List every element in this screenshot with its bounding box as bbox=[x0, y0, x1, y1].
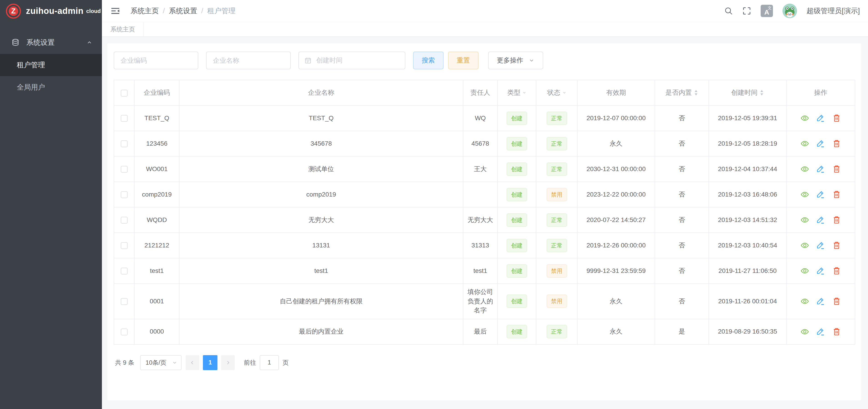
fullscreen-icon[interactable] bbox=[742, 7, 751, 15]
more-actions-button[interactable]: 更多操作 bbox=[488, 52, 543, 69]
cell-created-time: 2019-11-26 00:01:04 bbox=[709, 283, 786, 319]
page-unit-label: 页 bbox=[282, 359, 289, 367]
header-select-all[interactable] bbox=[114, 80, 134, 105]
delete-icon[interactable] bbox=[832, 327, 841, 336]
edit-icon[interactable] bbox=[816, 215, 825, 225]
view-icon[interactable] bbox=[800, 165, 809, 174]
next-page-button[interactable] bbox=[221, 355, 235, 370]
delete-icon[interactable] bbox=[832, 190, 841, 199]
cell-owner: test1 bbox=[463, 258, 497, 283]
row-select-cell[interactable] bbox=[114, 105, 134, 131]
delete-icon[interactable] bbox=[832, 241, 841, 250]
current-user-name[interactable]: 超级管理员[演示] bbox=[807, 6, 860, 16]
chevron-right-icon bbox=[225, 360, 231, 366]
page-size-select[interactable]: 10条/页 bbox=[140, 355, 182, 370]
row-select-cell[interactable] bbox=[114, 283, 134, 319]
created-time-picker[interactable]: 创建时间 bbox=[299, 52, 405, 69]
cell-created-time: 2019-08-29 16:50:35 bbox=[709, 319, 786, 344]
edit-icon[interactable] bbox=[816, 190, 825, 199]
cell-created-time: 2019-12-04 10:37:44 bbox=[709, 156, 786, 182]
cell-created-time: 2019-12-03 16:48:06 bbox=[709, 182, 786, 207]
row-select-cell[interactable] bbox=[114, 233, 134, 258]
header-status[interactable]: 状态 bbox=[536, 80, 577, 105]
row-checkbox[interactable] bbox=[121, 217, 128, 224]
reset-button[interactable]: 重置 bbox=[448, 52, 478, 69]
logo-z-icon: Z bbox=[6, 4, 21, 19]
delete-icon[interactable] bbox=[832, 215, 841, 225]
sidebar-item-label: 全局用户 bbox=[17, 82, 45, 92]
view-icon[interactable] bbox=[800, 139, 809, 148]
view-icon[interactable] bbox=[800, 190, 809, 199]
row-checkbox[interactable] bbox=[121, 191, 128, 198]
row-select-cell[interactable] bbox=[114, 258, 134, 283]
delete-icon[interactable] bbox=[832, 297, 841, 306]
delete-icon[interactable] bbox=[832, 165, 841, 174]
row-checkbox[interactable] bbox=[121, 166, 128, 173]
edit-icon[interactable] bbox=[816, 327, 825, 336]
goto-page-input[interactable] bbox=[260, 355, 279, 370]
view-icon[interactable] bbox=[800, 114, 809, 123]
select-all-checkbox[interactable] bbox=[121, 90, 128, 97]
cell-builtin: 否 bbox=[655, 233, 709, 258]
row-select-cell[interactable] bbox=[114, 156, 134, 182]
collapse-sidebar-icon[interactable] bbox=[111, 6, 120, 16]
breadcrumb-home[interactable]: 系统主页 bbox=[130, 6, 159, 16]
row-checkbox[interactable] bbox=[121, 115, 128, 122]
view-icon[interactable] bbox=[800, 266, 809, 275]
header-builtin[interactable]: 是否内置 bbox=[655, 80, 709, 105]
type-badge: 创建 bbox=[506, 325, 527, 338]
cell-type: 创建 bbox=[497, 156, 536, 182]
language-switch-icon[interactable]: A 文 bbox=[761, 5, 773, 17]
edit-icon[interactable] bbox=[816, 165, 825, 174]
row-select-cell[interactable] bbox=[114, 319, 134, 344]
cell-builtin: 否 bbox=[655, 105, 709, 131]
edit-icon[interactable] bbox=[816, 297, 825, 306]
sidebar-item-tenant-management[interactable]: 租户管理 bbox=[0, 54, 102, 76]
search-button[interactable]: 搜索 bbox=[413, 52, 443, 69]
row-checkbox[interactable] bbox=[121, 140, 128, 147]
row-checkbox[interactable] bbox=[121, 298, 128, 305]
view-icon[interactable] bbox=[800, 297, 809, 306]
cell-company-name: 自己创建的租户拥有所有权限 bbox=[179, 283, 463, 319]
pagination: 共 9 条 10条/页 1 前往 页 bbox=[114, 355, 855, 370]
app-logo[interactable]: Z zuihou-admin cloud bbox=[0, 0, 102, 22]
search-icon[interactable] bbox=[724, 7, 733, 15]
edit-icon[interactable] bbox=[816, 241, 825, 250]
delete-icon[interactable] bbox=[832, 114, 841, 123]
cell-validity: 9999-12-31 23:59:59 bbox=[577, 258, 655, 283]
created-time-placeholder: 创建时间 bbox=[316, 56, 343, 65]
delete-icon[interactable] bbox=[832, 139, 841, 148]
row-select-cell[interactable] bbox=[114, 207, 134, 233]
page-number-1[interactable]: 1 bbox=[203, 355, 217, 370]
sidebar-group-system-settings[interactable]: 系统设置 bbox=[0, 31, 102, 54]
cell-created-time: 2019-12-05 19:39:31 bbox=[709, 105, 786, 131]
cell-company-code: 2121212 bbox=[134, 233, 179, 258]
edit-icon[interactable] bbox=[816, 139, 825, 148]
breadcrumb-system-settings[interactable]: 系统设置 bbox=[169, 6, 197, 16]
cell-type: 创建 bbox=[497, 319, 536, 344]
header-type[interactable]: 类型 bbox=[497, 80, 536, 105]
edit-icon[interactable] bbox=[816, 266, 825, 275]
tab-system-home[interactable]: 系统主页 bbox=[102, 22, 144, 36]
header-created-time[interactable]: 创建时间 bbox=[709, 80, 786, 105]
table-row: test1 test1 test1 创建 禁用 9999-12-31 23:59… bbox=[114, 258, 855, 283]
row-select-cell[interactable] bbox=[114, 131, 134, 156]
page-size-value: 10条/页 bbox=[146, 359, 166, 367]
company-code-input[interactable] bbox=[114, 52, 198, 69]
company-name-input[interactable] bbox=[206, 52, 291, 69]
row-checkbox[interactable] bbox=[121, 329, 128, 335]
cell-company-code: comp2019 bbox=[134, 182, 179, 207]
type-badge: 创建 bbox=[506, 264, 527, 278]
sidebar-item-global-users[interactable]: 全局用户 bbox=[0, 76, 102, 98]
view-icon[interactable] bbox=[800, 327, 809, 336]
delete-icon[interactable] bbox=[832, 266, 841, 275]
edit-icon[interactable] bbox=[816, 114, 825, 123]
prev-page-button[interactable] bbox=[186, 355, 199, 370]
row-checkbox[interactable] bbox=[121, 268, 128, 274]
row-select-cell[interactable] bbox=[114, 182, 134, 207]
view-icon[interactable] bbox=[800, 215, 809, 225]
avatar[interactable] bbox=[782, 4, 797, 18]
chevron-up-icon bbox=[87, 39, 92, 45]
row-checkbox[interactable] bbox=[121, 242, 128, 249]
view-icon[interactable] bbox=[800, 241, 809, 250]
